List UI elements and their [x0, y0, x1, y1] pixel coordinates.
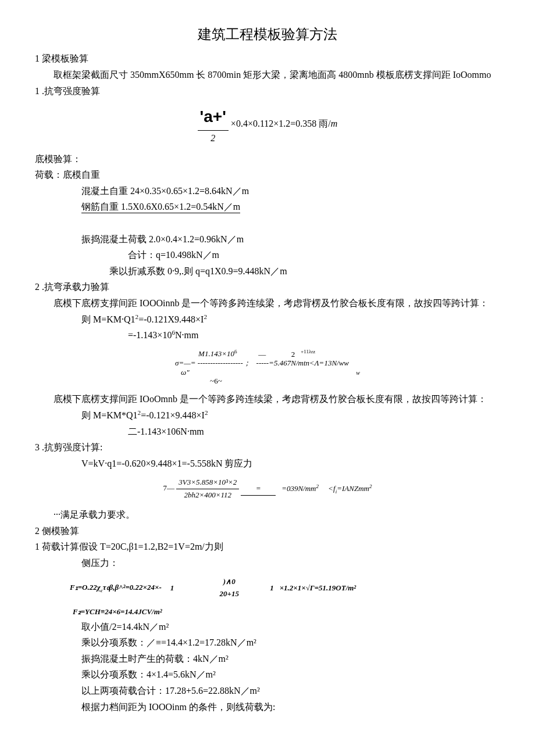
s2-p1: 1 荷载计算假设 T=20C,β1=1.2,B2=1V=2m/力则 [35, 539, 500, 554]
s1-p11: =-1.143×106N·mm [35, 328, 500, 343]
s2-p5: 振捣混凝土时产生的荷载：4kN／m² [35, 651, 500, 667]
s1-p15: V=kV·q1=-0.620×9.448×1=-5.558kN 剪应力 [35, 456, 500, 471]
s1-p5: 钢筋自重 1.5X0.6X0.65×1.2=0.54kN／m [35, 199, 500, 214]
s1-heading: 1 梁模板验算 [35, 51, 500, 66]
s2-p6: 乘以分项系数：4×1.4=5.6kN／m² [35, 667, 500, 682]
s1-p8: 乘以折减系数 0·9,.则 q=q1X0.9=9.448kN／m [35, 264, 500, 279]
f2-eq: =039N/mm2 [281, 484, 319, 493]
doc-title: 建筑工程模板验算方法 [35, 23, 500, 45]
s1-p6: 振捣混凝土荷载 2.0×0.4×1.2=0.96kN／m [35, 232, 500, 247]
s1-p3: 荷载：底模自重 [35, 167, 500, 182]
s1-p4: 混凝土自重 24×0.35×0.65×1.2=8.64kN／m [35, 184, 500, 199]
formula-sigma: M1.143×106 — 2 +11λrz σ=—= -------------… [35, 349, 500, 386]
s1-p16: ···满足承载力要求。 [35, 507, 500, 522]
s1-p12: 底模下底楞支撑间距 IOoOmnb 是一个等跨多跨连续梁，考虑背楞及竹胶合板长度… [35, 392, 500, 407]
s1-h1-3: 3 .抗剪强度计算: [35, 440, 500, 455]
formula-f1: F₁=O.22χcτ₀β,β^²=0.22×24×- 1 )∧0 20+15 1… [35, 576, 500, 600]
formula-a-num: 'a+' [198, 104, 229, 131]
formula-a-unit: m [331, 119, 338, 129]
f2-lt: <fi=IANZmm2 [328, 484, 372, 493]
s1-p7: 合计：q=10.498kN／m [35, 248, 500, 263]
s1-p1: 取框架梁截面尺寸 350mmX650mm 长 8700min 矩形大梁，梁离地面… [35, 67, 500, 83]
formula-a: 'a+' 2 ×0.4×0.112×1.2=0.358 雨/m [35, 104, 500, 145]
s2-p2: 侧压力： [35, 556, 500, 571]
formula-f2: F₂=YCH≡24×6=14.4JCV/m² [35, 606, 500, 618]
s1-h1-1: 1 .抗弯强度验算 [35, 84, 500, 99]
s1-p9: 底模下底楞支撑间距 IOOOinnb 是一个等跨多跨连续梁，考虑背楞及竹胶合板长… [35, 296, 500, 311]
s2-p4: 乘以分项系数：／≡=14.4×1.2=17.28kN／m² [35, 635, 500, 650]
s2-p7: 以上两项荷载合计：17.28+5.6=22.88kN／m² [35, 683, 500, 698]
s1-p5-text: 钢筋自重 1.5X0.6X0.65×1.2=0.54kN／m [81, 202, 240, 213]
s1-p2: 底模验算： [35, 152, 500, 167]
s1-p10: 则 M=KM·Q12=-0.121X9.448×I2 [35, 312, 500, 327]
s2-p3: 取小值/2=14.4kN／m² [35, 619, 500, 635]
s2-p8: 根据力档间距为 IOOOinm 的条件，则线荷载为: [35, 700, 500, 715]
s2-heading: 2 侧模验算 [35, 524, 500, 539]
formula-a-den: 2 [198, 131, 229, 146]
s1-h1-2: 2 .抗弯承载力验算 [35, 280, 500, 295]
formula-shear: 7— 3V3×5.858×10³×2 2bh2×400×112 = =039N/… [35, 476, 500, 501]
f2-num: 3V3×5.858×10³×2 [176, 476, 239, 489]
f2-pre: 7— [163, 484, 175, 493]
s1-p13: 则 M=KM*Q12=-0.121×9.448×I2 [35, 408, 500, 423]
s1-p14: 二-1.143×106N·mm [35, 424, 500, 439]
f2-den: 2bh2×400×112 [176, 489, 239, 501]
formula-a-tail: ×0.4×0.112×1.2=0.358 雨/ [231, 119, 331, 129]
